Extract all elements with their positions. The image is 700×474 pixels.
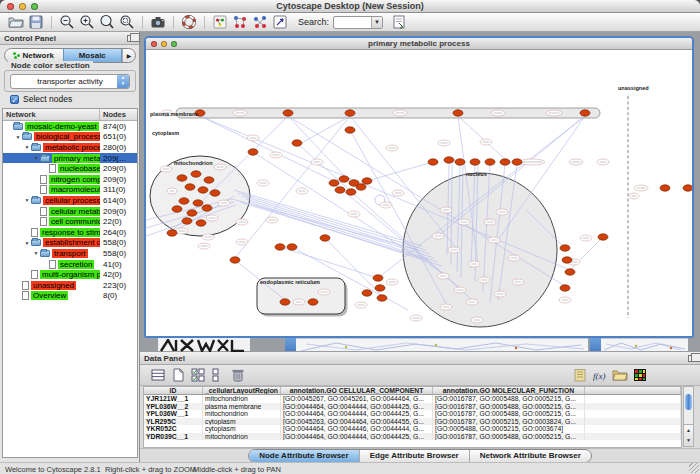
gene-node-selected[interactable] — [185, 184, 195, 190]
tree-row-unassigned[interactable]: unassigned223(0) — [3, 280, 137, 291]
gene-node-selected[interactable] — [455, 159, 465, 165]
open-icon[interactable] — [8, 14, 24, 30]
gene-node-selected[interactable] — [292, 140, 302, 146]
background-window-fragment-border[interactable] — [285, 338, 296, 351]
tree-row-establishment-of-loc[interactable]: ▼establishment of loc558(0) — [3, 238, 137, 249]
gene-node-selected[interactable] — [362, 178, 372, 184]
tree-row-transport[interactable]: ▼transport558(0) — [3, 248, 137, 259]
gene-node-selected[interactable] — [177, 175, 187, 181]
save-icon[interactable] — [28, 14, 44, 30]
background-window-fragment-preview[interactable] — [601, 338, 688, 351]
gene-node-selected[interactable] — [179, 198, 189, 204]
gene-node-selected[interactable] — [210, 190, 220, 196]
help-icon[interactable] — [181, 14, 197, 30]
expand-arrow-icon[interactable]: ▼ — [32, 155, 40, 161]
gene-node-selected[interactable] — [308, 299, 318, 305]
zoom-out-icon[interactable] — [59, 14, 75, 30]
gene-node-selected[interactable] — [485, 159, 495, 165]
float-panel-icon[interactable] — [688, 355, 696, 362]
gene-node-selected[interactable] — [287, 244, 297, 250]
gene-node-selected[interactable] — [167, 230, 177, 236]
select-attributes-icon[interactable] — [190, 367, 206, 383]
column-header-id[interactable]: ID — [144, 387, 203, 394]
attribute-browser-icon[interactable] — [391, 14, 407, 30]
gene-node-selected[interactable] — [598, 234, 608, 240]
expand-arrow-icon[interactable]: ▼ — [23, 240, 31, 246]
gene-node-selected[interactable] — [329, 180, 339, 186]
tab-node-attribute-browser[interactable]: Node Attribute Browser — [249, 450, 360, 462]
expand-arrow-icon[interactable]: ▼ — [23, 144, 31, 150]
gene-node-selected[interactable] — [187, 210, 197, 216]
minimize-button[interactable] — [19, 3, 26, 10]
gene-node-selected[interactable] — [196, 220, 206, 226]
table-columns-icon[interactable] — [150, 367, 166, 383]
background-window-fragment-border[interactable] — [590, 338, 601, 351]
gene-node-selected[interactable] — [230, 257, 240, 263]
tab-network-attribute-browser[interactable]: Network Attribute Browser — [470, 450, 591, 462]
function-icon[interactable]: f(x) — [592, 367, 608, 383]
tree-row-response-to-stimulus[interactable]: response to stimulus264(0) — [3, 227, 137, 238]
network-canvas[interactable]: plasma membranecytoplasmmitochondrionnuc… — [146, 50, 692, 336]
heatmap-icon[interactable] — [632, 367, 648, 383]
close-button[interactable] — [151, 41, 157, 47]
node-color-dropdown[interactable]: transporter activity ▲▼ — [10, 74, 130, 89]
minimize-button[interactable] — [161, 41, 167, 47]
table-row-YKR052C[interactable]: YKR052Ccytoplasm[GO:0044464, GO:0044446,… — [144, 425, 681, 433]
zoom-fit-icon[interactable] — [99, 14, 115, 30]
manual-layout-icon[interactable] — [272, 14, 288, 30]
scrollbar-arrows[interactable]: ▲▼ — [684, 424, 693, 446]
gene-node-selected[interactable] — [339, 176, 349, 182]
zoom-button[interactable] — [171, 41, 177, 47]
gene-node-selected[interactable] — [356, 184, 366, 190]
gene-node-selected[interactable] — [512, 159, 522, 165]
annotation-layout-2-icon[interactable] — [252, 14, 268, 30]
tree-column-nodes[interactable]: Nodes — [100, 109, 137, 120]
nucleus-compartment[interactable] — [403, 173, 557, 327]
table-row-YLR295C[interactable]: YLR295Ccytoplasm[GO:0045263, GO:0044464,… — [144, 418, 681, 426]
gene-node-selected[interactable] — [248, 149, 258, 155]
snapshot-icon[interactable] — [150, 14, 166, 30]
tab-overflow-arrow[interactable]: ▶ — [122, 49, 135, 62]
float-panel-icon[interactable] — [127, 35, 135, 42]
gene-node-selected[interactable] — [202, 205, 212, 211]
gene-node-selected[interactable] — [204, 177, 214, 183]
column-header-annotation-go-cellular-component[interactable]: annotation.GO CELLULAR_COMPONENT — [281, 387, 433, 394]
table-vertical-scrollbar[interactable]: ▲▼ — [683, 386, 694, 447]
gene-node-selected[interactable] — [320, 235, 330, 241]
tree-row-mosaic-demo-yeast[interactable]: mosaic-demo-yeast874(0) — [3, 121, 137, 132]
zoom-button[interactable] — [31, 3, 38, 10]
gene-node-selected[interactable] — [373, 275, 383, 281]
column-header-annotation-go-molecular-function[interactable]: annotation.GO MOLECULAR_FUNCTION — [433, 387, 585, 394]
resize-grip[interactable] — [689, 463, 699, 473]
gene-node-selected[interactable] — [346, 189, 356, 195]
gene-node-selected[interactable] — [683, 185, 692, 191]
delete-icon[interactable] — [230, 367, 246, 383]
new-page-icon[interactable] — [170, 367, 186, 383]
vizmapper-icon[interactable] — [212, 14, 228, 30]
annotation-layout-icon[interactable] — [232, 14, 248, 30]
gene-node-selected[interactable] — [428, 159, 438, 165]
gene-node-selected[interactable] — [193, 200, 203, 206]
search-dropdown-icon[interactable]: ▼ — [371, 17, 382, 28]
annotation-icon[interactable] — [572, 367, 588, 383]
gene-node-selected[interactable] — [172, 206, 182, 212]
tree-row-biological-process[interactable]: ▼biological_process651(0) — [3, 132, 137, 143]
gene-node-selected[interactable] — [470, 159, 480, 165]
tab-edge-attribute-browser[interactable]: Edge Attribute Browser — [360, 450, 470, 462]
tree-column-network[interactable]: Network — [3, 109, 100, 120]
tree-row-primary-metabolic-proce[interactable]: ▼primary metabolic proce209(... — [3, 153, 137, 164]
gene-node-selected[interactable] — [280, 299, 290, 305]
table-row-YDR039C__1[interactable]: YDR039C__1mitochondrion[GO:0044464, GO:0… — [144, 433, 681, 441]
gene-node-selected[interactable] — [198, 187, 208, 193]
tree-row-nucleobase-contain[interactable]: nucleobase-contain209(0) — [3, 163, 137, 174]
gene-node-selected[interactable] — [660, 185, 670, 191]
background-window-fragment-preview[interactable] — [296, 338, 588, 351]
gene-node-selected[interactable] — [453, 110, 463, 116]
gene-node-selected[interactable] — [345, 110, 355, 116]
zoom-in-icon[interactable] — [79, 14, 95, 30]
close-button[interactable] — [7, 3, 14, 10]
tree-row-cell-communication[interactable]: cell communication22(0) — [3, 216, 137, 227]
select-nodes-checkbox[interactable]: ✓ — [10, 95, 19, 104]
network-window-titlebar[interactable]: primary metabolic process — [146, 38, 692, 50]
gene-node-selected[interactable] — [377, 295, 387, 301]
